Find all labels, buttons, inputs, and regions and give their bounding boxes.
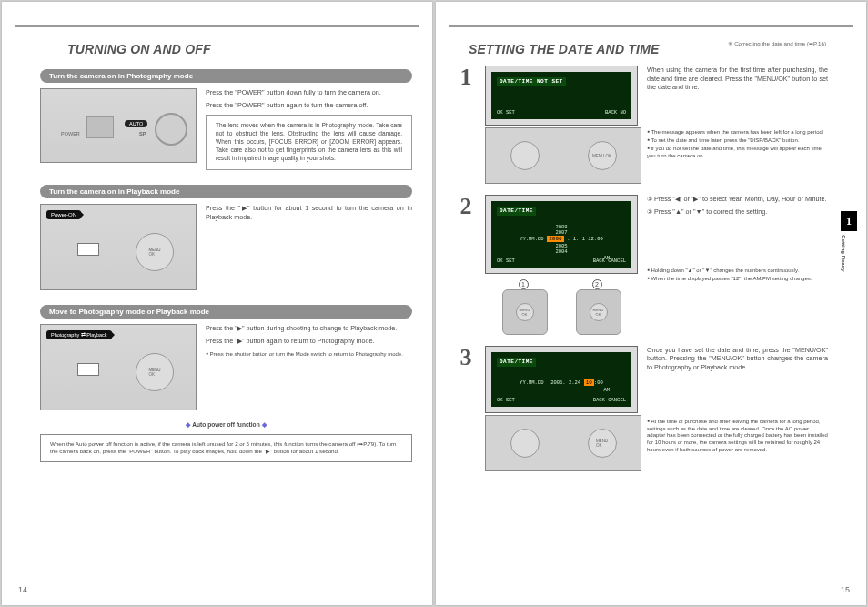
row-photo-mode: POWER AUTO SP Press the "POWER" button d… [40,88,412,170]
switch-mode-p1: Press the "▶" button during shooting to … [206,324,412,333]
dpad-left-right: MENUOK [502,289,548,335]
lcd3-date: 2006. 2.24 [550,379,580,386]
switch-callout: Photography ⇄ Playback [46,330,112,339]
row-switch-mode: Photography ⇄ Playback MENUOK Press the … [40,324,412,410]
playback-mode-p1: Press the "▶" button for about 1 second … [206,204,412,221]
section-bar-photo-mode: Turn the camera on in Photography mode [40,69,412,83]
camera-back-illustration-2: Photography ⇄ Playback MENUOK [40,324,197,410]
desc-switch-mode: Press the "▶" button during shooting to … [206,324,412,410]
step2-l2: ② Press "▲" or "▼" to correct the settin… [647,207,828,217]
lcd1-back: BACK NO [605,109,626,116]
step-2-row: 2 DATE/TIME 2008 2007 YY.MM.DD 2006 . 1.… [456,195,828,335]
lcd1-set: OK SET [497,109,515,116]
disp-back-button-shape [510,141,540,170]
dpad-step3: MENUOK [485,415,641,471]
chapter-side-tab: 1 Getting Ready [841,211,861,272]
lcd-step2: DATE/TIME 2008 2007 YY.MM.DD 2006 . 1. 1… [491,201,631,268]
auto-off-box: When the Auto power off function is acti… [40,434,412,462]
menu-ok-shape-1: MENUOK [136,233,174,271]
step3-notes: At the time of purchase and after leavin… [647,418,828,454]
lcd2-set: OK SET [497,258,515,265]
lcd1-title: DATE/TIME NOT SET [497,77,566,86]
lcd-step3: DATE/TIME YY.MM.DD 2006. 2.24 10:00 AM O… [491,352,631,407]
lcd2-rest: . 1. 1 12:00 [567,236,603,242]
lcd3-set: OK SET [497,397,515,404]
playback-button-hl-1 [77,243,99,256]
auto-badge: AUTO [125,120,147,127]
auto-off-title: Auto power off function [40,421,412,429]
section-bar-switch-mode: Move to Photography mode or Playback mod… [40,305,412,319]
step-3-desc: Once you have set the date and time, pre… [647,346,828,471]
step-1-number: 1 [456,66,476,184]
circ-1: 1 [519,279,529,289]
lcd3-ampm: AM [497,387,626,394]
circ-2: 2 [592,279,602,289]
step2-n1: Holding down "▲" or "▼" changes the numb… [651,268,799,273]
switch-mode-tip: Press the shutter button or turn the Mod… [206,350,412,359]
section-bar-playback-mode: Turn the camera on in Playback mode [40,185,412,198]
step-3-number: 3 [456,346,476,471]
lcd2-years-below: 2005 2004 [497,244,626,255]
menu-ok-shape-2: MENUOK [136,353,174,391]
row-playback-mode: Power-ON MENUOK Press the "▶" button for… [40,204,412,290]
step1-notes: The message appears when the camera has … [647,128,828,159]
photo-mode-p1: Press the "POWER" button down fully to t… [206,88,412,97]
page-left: TURNING ON AND OFF Turn the camera on in… [2,2,432,605]
top-rule-right [449,25,853,27]
step3-p1: Once you have set the date and time, pre… [647,346,828,372]
playback-button-hl-2 [77,363,99,376]
dpad-up-down: MENUOK [576,289,621,335]
chapter-side-label: Getting Ready [841,235,846,272]
desc-playback-mode: Press the "▶" button for about 1 second … [206,204,412,290]
step1-n3: If you do not set the date and time, thi… [647,146,822,158]
menu-ok-button-shape-3: MENUOK [588,429,617,458]
lcd3-time-h: 10 [584,379,594,386]
switch-mode-tip-text: Press the shutter button or turn the Mod… [209,351,402,357]
switch-mode-p2: Press the "▶" button again to return to … [206,337,412,346]
page-right: SETTING THE DATE AND TIME ✳ Correcting t… [436,2,866,605]
lcd2-title: DATE/TIME [497,207,536,216]
step1-n2: To set the date and time later, press th… [651,137,799,143]
step2-notes: Holding down "▲" or "▼" changes the numb… [647,267,828,283]
lcd2-fmt: YY.MM.DD [520,236,543,242]
dpad-step1: MENU OK [485,127,641,184]
step-1-row: 1 DATE/TIME NOT SET OK SET BACK NO MENU … [456,66,828,184]
step-2-number: 2 [456,195,476,335]
power-label: POWER [61,131,80,137]
page-number-left: 14 [18,585,27,594]
disp-back-button-shape-3 [510,429,540,458]
power-on-callout: Power-ON [46,210,81,219]
top-rule-left [15,25,419,27]
sp-label: SP [139,131,146,137]
step2-n2: When the time displayed passes "12", the… [651,276,812,281]
lcd2-years-above: 2008 2007 [497,225,626,236]
step-3-illustration: DATE/TIME YY.MM.DD 2006. 2.24 10:00 AM O… [485,346,638,471]
power-button-shape [86,116,114,138]
header-crossref: ✳ Correcting the date and time (➡P.16) [728,40,826,46]
camera-top-illustration: POWER AUTO SP [40,88,197,163]
step-1-illustration: DATE/TIME NOT SET OK SET BACK NO MENU OK [485,66,638,184]
step-1-desc: When using the camera for the first time… [647,66,828,184]
lcd3-time-m: 00 [597,379,603,386]
desc-photo-mode: Press the "POWER" button down fully to t… [206,88,412,170]
heading-left: TURNING ON AND OFF [67,42,412,56]
menu-ok-button-shape: MENU OK [588,141,617,170]
step-2-illustration: DATE/TIME 2008 2007 YY.MM.DD 2006 . 1. 1… [485,195,638,335]
chapter-number-tab: 1 [841,211,857,231]
step2-controls: 1 MENUOK 2 MENUOK [485,279,638,335]
page-number-right: 15 [841,585,850,594]
lcd3-fmt: YY.MM.DD [520,379,543,386]
step2-l1: ① Press "◀" or "▶" to select Year, Month… [647,195,828,204]
step1-p1: When using the camera for the first time… [647,66,828,92]
camera-back-illustration-1: Power-ON MENUOK [40,204,197,290]
step3-n1: At the time of purchase and after leavin… [647,419,828,452]
step-2-desc: ① Press "◀" or "▶" to select Year, Month… [647,195,828,335]
lcd3-cancel: BACK CANCEL [593,397,626,404]
lcd2-cancel: BACK CANCEL [593,258,626,265]
shutter-dial-shape [155,113,187,146]
step1-n1: The message appears when the camera has … [651,129,823,135]
lcd3-title: DATE/TIME [497,358,536,367]
lcd2-year-highlight: 2006 [547,236,563,242]
photo-mode-p2: Press the "POWER" button again to turn t… [206,101,412,110]
step-3-row: 3 DATE/TIME YY.MM.DD 2006. 2.24 10:00 AM… [456,346,828,471]
